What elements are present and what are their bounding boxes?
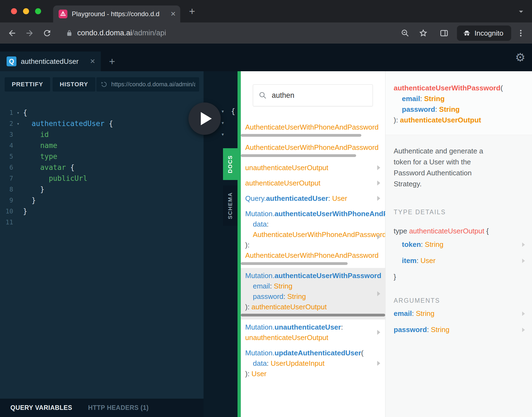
chevron-right-icon[interactable] [522, 312, 525, 316]
incognito-icon [462, 29, 471, 38]
query-tab-label: authenticatedUser [21, 57, 85, 66]
response-fold-row: ▾ [222, 117, 235, 128]
type-field-row[interactable]: item: User [385, 254, 532, 268]
docs-panel-divider[interactable] [238, 71, 241, 417]
chevron-right-icon[interactable] [377, 361, 380, 366]
chevron-right-icon[interactable] [377, 181, 380, 185]
fold-arrow-icon[interactable]: ▾ [13, 110, 23, 115]
docs-tab[interactable]: DOCS [223, 148, 238, 180]
fold-arrow-icon[interactable]: ▾ [13, 121, 23, 126]
schema-tab[interactable]: SCHEMA [223, 185, 238, 226]
endpoint-bar[interactable]: https://condo.d.doma.ai/admin/api [96, 77, 199, 92]
new-query-tab-button[interactable]: + [109, 52, 115, 71]
collapse-arrow-icon[interactable]: ▾ [222, 109, 229, 114]
text-segment: authenticateUserWithPassword [394, 84, 500, 92]
query-editor[interactable]: 1▾{2▾ authenticatedUser {3 id4 name5 typ… [0, 107, 204, 228]
signature-line: email: String [394, 93, 524, 104]
text-segment: AuthenticateUserWithPhoneAndPassword [245, 251, 379, 259]
text-segment: type [394, 227, 409, 235]
doc-search-result[interactable]: Mutation.authenticateUserWithPhoneAndPas… [241, 206, 385, 268]
prettify-button[interactable]: PRETTIFY [5, 77, 50, 92]
line-number: 1 [0, 109, 13, 116]
browser-tab[interactable]: Playground - https://condo.d.d ✕ [53, 5, 180, 22]
forward-button[interactable] [25, 28, 34, 38]
doc-search-result[interactable]: Query.authenticatedUser: User [241, 191, 385, 206]
type-field-row[interactable]: token: String [385, 238, 532, 252]
code-text: avatar { [23, 163, 75, 172]
text-segment: ): [245, 370, 251, 378]
text-segment: authenticateUserOutput [251, 303, 327, 311]
settings-gear-icon[interactable]: ⚙ [515, 44, 525, 71]
execute-button[interactable] [188, 102, 221, 135]
text-segment: : [435, 105, 439, 113]
lock-icon[interactable] [66, 30, 73, 37]
tab-search-chevron-icon[interactable] [516, 7, 526, 18]
window-close-button[interactable] [11, 8, 17, 14]
doc-search-result[interactable]: authenticateUserOutput [241, 175, 385, 191]
argument-row[interactable]: email: String [385, 307, 532, 321]
http-headers-tab[interactable]: HTTP HEADERS (1) [88, 404, 149, 412]
line-number: 10 [0, 208, 13, 215]
text-segment: ): [394, 116, 400, 124]
signature-line: password: String [394, 104, 524, 115]
query-tab[interactable]: Q authenticatedUser ✕ [0, 52, 101, 71]
text-segment: authenticatedUser [32, 119, 104, 128]
text-segment: User [421, 256, 436, 265]
text-segment: unauthenticateUserOutput [245, 164, 328, 172]
back-button[interactable] [7, 28, 17, 38]
type-declaration[interactable]: type authenticateUserOutput { [394, 227, 524, 235]
bookmark-star-icon[interactable] [419, 28, 428, 38]
text-segment: AuthenticateUserWithPhoneAndPassword [253, 230, 385, 239]
zoom-icon[interactable] [401, 28, 410, 38]
text-segment: AuthenticateUserWithPhoneAndPassword [245, 143, 379, 152]
chevron-right-icon[interactable] [377, 291, 380, 296]
browser-toolbar: condo.d.doma.ai/admin/api Incognito [0, 22, 532, 44]
text-segment: authenticateUserOutput [409, 227, 484, 235]
h-scrollbar[interactable] [241, 262, 348, 265]
window-zoom-button[interactable] [35, 8, 41, 14]
docs-search-input[interactable] [271, 91, 367, 100]
chevron-right-icon[interactable] [377, 196, 380, 201]
doc-search-result[interactable]: Mutation.updateAuthenticatedUser(data: U… [241, 345, 385, 381]
menu-kebab-icon[interactable] [516, 28, 525, 38]
code-line: 7 publicUrl [0, 173, 204, 184]
collapse-arrow-icon[interactable]: ▾ [222, 132, 229, 137]
address-bar[interactable]: condo.d.doma.ai/admin/api [77, 22, 166, 44]
endpoint-refresh-icon[interactable] [100, 81, 108, 88]
doc-search-result[interactable]: AuthenticateUserWithPhoneAndPassword [241, 140, 385, 160]
text-segment: avatar [40, 163, 66, 172]
doc-search-result[interactable]: Mutation.unauthenticateUser:unauthentica… [241, 319, 385, 345]
text-segment: String [287, 292, 306, 301]
text-segment [23, 174, 49, 182]
chevron-right-icon[interactable] [522, 328, 525, 332]
argument-row[interactable]: password: String [385, 323, 532, 337]
text-segment: ): [245, 303, 251, 311]
chevron-right-icon[interactable] [377, 235, 380, 239]
doc-result-line: AuthenticateUserWithPhoneAndPassword [245, 122, 385, 132]
collapse-arrow-icon[interactable]: ▾ [222, 120, 229, 125]
query-tab-close-icon[interactable]: ✕ [90, 58, 95, 65]
h-scrollbar[interactable] [241, 154, 356, 157]
chevron-right-icon[interactable] [522, 259, 525, 263]
text-segment: String [274, 282, 293, 290]
doc-search-result[interactable]: AuthenticateUserWithPhoneAndPassword [241, 119, 385, 140]
chevron-right-icon[interactable] [377, 330, 380, 335]
browser-tab-title: Playground - https://condo.d.d [72, 10, 168, 18]
history-button[interactable]: HISTORY [53, 77, 95, 92]
text-segment: ( [361, 349, 364, 357]
chevron-right-icon[interactable] [377, 165, 380, 170]
text-segment: : [427, 325, 431, 334]
doc-search-result[interactable]: unauthenticateUserOutput [241, 160, 385, 175]
side-panel-icon[interactable] [439, 28, 449, 38]
window-minimize-button[interactable] [23, 8, 29, 14]
text-segment: name [40, 141, 58, 150]
query-variables-tab[interactable]: QUERY VARIABLES [10, 404, 72, 412]
new-tab-button[interactable]: + [189, 4, 195, 18]
doc-search-result[interactable]: Mutation.authenticateUserWithPasswordema… [241, 268, 385, 319]
chevron-right-icon[interactable] [522, 242, 525, 247]
h-scrollbar[interactable] [241, 314, 385, 316]
reload-button[interactable] [42, 28, 52, 38]
tab-close-icon[interactable]: ✕ [170, 10, 176, 18]
h-scrollbar[interactable] [241, 134, 361, 137]
doc-result-line: ): authenticateUserOutput [245, 302, 385, 312]
